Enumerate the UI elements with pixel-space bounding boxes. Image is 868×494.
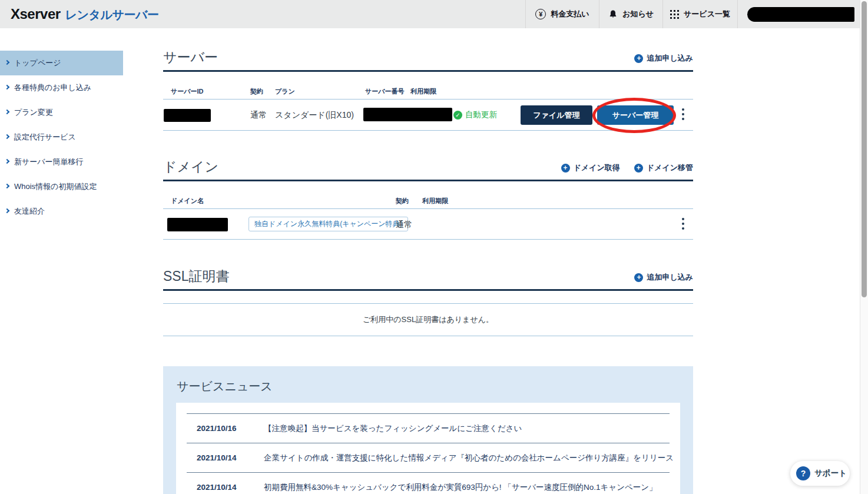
- col-expiration: 利用期限: [410, 87, 436, 96]
- sidebar-item-label: 友達紹介: [14, 206, 45, 217]
- account-name-redacted: [747, 7, 854, 22]
- domain-table-header: ドメイン名 契約 利用期限: [163, 197, 693, 205]
- col-contract: 契約: [250, 87, 263, 96]
- sidebar-item-label: 各種特典のお申し込み: [14, 82, 91, 93]
- top-header: Xserverレンタルサーバー ¥ 料金支払い お知らせ: [0, 0, 868, 28]
- logo-brand-text: Xserver: [11, 6, 61, 22]
- sidebar-item-whois-defaults[interactable]: Whois情報の初期値設定: [0, 174, 123, 199]
- news-list-item[interactable]: 2021/10/14 企業サイトの作成・運営支援に特化した情報メディア『初心者の…: [187, 443, 670, 472]
- plus-circle-icon: +: [634, 54, 643, 63]
- server-add-label: 追加申し込み: [647, 53, 693, 64]
- payment-label: 料金支払い: [551, 9, 589, 19]
- plus-circle-icon: +: [634, 273, 643, 282]
- col-contract: 契約: [396, 197, 409, 205]
- news-item-title: 初期費用無料&30%キャッシュバックで利用料金が実質693円から! 「サーバー速…: [264, 482, 657, 493]
- services-menu-item[interactable]: サービス一覧: [662, 0, 737, 28]
- sidebar-nav: トップページ 各種特典のお申し込み プラン変更 設定代行サービス 新サーバー簡単…: [0, 51, 123, 224]
- ssl-empty-message: ご利用中のSSL証明書はありません。: [163, 303, 693, 336]
- chevron-right-icon: [5, 159, 9, 164]
- question-circle-icon: ?: [796, 466, 810, 480]
- sidebar-item-label: トップページ: [14, 58, 61, 68]
- sidebar-item-benefits[interactable]: 各種特典のお申し込み: [0, 75, 123, 100]
- support-button[interactable]: ? サポート: [790, 461, 850, 486]
- server-plan-value: スタンダード(旧X10): [275, 110, 354, 121]
- news-date: 2021/10/14: [197, 483, 253, 492]
- domain-get-label: ドメイン取得: [574, 163, 620, 173]
- support-label: サポート: [814, 468, 847, 479]
- server-manage-button[interactable]: サーバー管理: [597, 105, 674, 125]
- domain-transfer-label: ドメイン移管: [647, 163, 693, 173]
- domain-section-header: ドメイン + ドメイン取得 + ドメイン移管: [163, 158, 693, 181]
- auto-renew-status: ✓ 自動更新: [453, 110, 497, 120]
- domain-free-benefit-badge: 独自ドメイン永久無料特典(キャンペーン特典): [249, 217, 408, 231]
- chevron-right-icon: [5, 85, 9, 89]
- col-expiration: 利用期限: [422, 197, 448, 205]
- news-date: 2021/10/16: [197, 424, 253, 433]
- yen-circle-icon: ¥: [535, 9, 546, 19]
- check-circle-icon: ✓: [453, 111, 462, 120]
- col-domain-name: ドメイン名: [171, 197, 204, 205]
- server-add-link[interactable]: + 追加申し込み: [634, 53, 693, 64]
- ssl-section-header: SSL証明書 + 追加申し込み: [163, 267, 693, 291]
- service-news-section: サービスニュース 2021/10/16 【注意喚起】当サービスを装ったフィッシン…: [163, 366, 693, 494]
- server-row-menu-icon[interactable]: [681, 107, 685, 121]
- server-section-header: サーバー + 追加申し込み: [163, 48, 693, 72]
- server-id-redacted: [164, 109, 211, 122]
- col-server-id: サーバーID: [171, 87, 204, 96]
- services-label: サービス一覧: [684, 9, 730, 19]
- account-menu-item[interactable]: [737, 0, 868, 28]
- domain-row-menu-icon[interactable]: [681, 217, 685, 231]
- domain-get-link[interactable]: + ドメイン取得: [561, 163, 620, 173]
- domain-name-redacted: [167, 218, 228, 231]
- ssl-add-link[interactable]: + 追加申し込み: [634, 272, 693, 283]
- service-news-card: 2021/10/16 【注意喚起】当サービスを装ったフィッシングメールにご注意く…: [176, 403, 680, 494]
- domain-row: 独自ドメイン永久無料特典(キャンペーン特典) 通常: [163, 208, 693, 240]
- chevron-right-icon: [5, 110, 9, 114]
- scrollbar-thumb[interactable]: [862, 1, 867, 297]
- sidebar-item-label: 新サーバー簡単移行: [14, 157, 84, 167]
- ssl-add-label: 追加申し込み: [647, 272, 693, 283]
- auto-renew-label: 自動更新: [465, 110, 497, 120]
- sidebar-item-top-page[interactable]: トップページ: [0, 51, 123, 75]
- news-list-item[interactable]: 2021/10/16 【注意喚起】当サービスを装ったフィッシングメールにご注意く…: [187, 413, 670, 443]
- payment-menu-item[interactable]: ¥ 料金支払い: [525, 0, 599, 28]
- sidebar-item-label: プラン変更: [14, 107, 53, 118]
- sidebar-item-server-migration[interactable]: 新サーバー簡単移行: [0, 150, 123, 174]
- server-row: 通常 スタンダード(旧X10) ✓ 自動更新 ファイル管理 サーバー管理: [163, 99, 693, 131]
- server-table-header: サーバーID 契約 プラン サーバー番号 利用期限: [163, 87, 693, 95]
- chevron-right-icon: [5, 208, 9, 213]
- grid-icon: [670, 10, 679, 19]
- news-item-title: 企業サイトの作成・運営支援に特化した情報メディア『初心者のための会社ホームページ…: [264, 453, 674, 463]
- chevron-right-icon: [5, 60, 9, 65]
- chevron-right-icon: [5, 134, 9, 139]
- xserver-logo[interactable]: Xserverレンタルサーバー: [11, 6, 158, 23]
- news-date: 2021/10/14: [197, 453, 253, 462]
- chevron-right-icon: [5, 184, 9, 188]
- sidebar-item-plan-change[interactable]: プラン変更: [0, 100, 123, 125]
- news-item-title: 【注意喚起】当サービスを装ったフィッシングメールにご注意ください: [264, 423, 522, 434]
- sidebar-item-referral[interactable]: 友達紹介: [0, 199, 123, 224]
- notifications-label: お知らせ: [622, 9, 654, 19]
- ssl-section-title: SSL証明書: [163, 267, 693, 286]
- sidebar-item-label: Whois情報の初期値設定: [14, 181, 97, 192]
- domain-transfer-link[interactable]: + ドメイン移管: [634, 163, 693, 173]
- file-manage-button[interactable]: ファイル管理: [521, 105, 592, 125]
- news-list-item[interactable]: 2021/10/14 初期費用無料&30%キャッシュバックで利用料金が実質693…: [187, 472, 670, 494]
- server-section-title: サーバー: [163, 48, 693, 67]
- main-content: サーバー + 追加申し込み サーバーID 契約 プラン サーバー番号 利用期限 …: [163, 0, 693, 494]
- header-menu: ¥ 料金支払い お知らせ サービス一覧: [525, 0, 868, 28]
- domain-contract-value: 通常: [396, 220, 412, 230]
- server-contract-value: 通常: [250, 110, 267, 121]
- service-news-title: サービスニュース: [177, 379, 693, 394]
- col-server-number: サーバー番号: [365, 87, 405, 96]
- sidebar-item-label: 設定代行サービス: [14, 132, 76, 142]
- bell-icon: [608, 9, 618, 19]
- scrollbar-track[interactable]: [860, 0, 868, 494]
- sidebar-item-setup-agency[interactable]: 設定代行サービス: [0, 125, 123, 150]
- plus-circle-icon: +: [634, 164, 643, 173]
- col-plan: プラン: [275, 87, 295, 96]
- notifications-menu-item[interactable]: お知らせ: [599, 0, 662, 28]
- server-number-redacted: [363, 108, 452, 121]
- logo-product-text: レンタルサーバー: [65, 8, 159, 21]
- plus-circle-icon: +: [561, 164, 570, 173]
